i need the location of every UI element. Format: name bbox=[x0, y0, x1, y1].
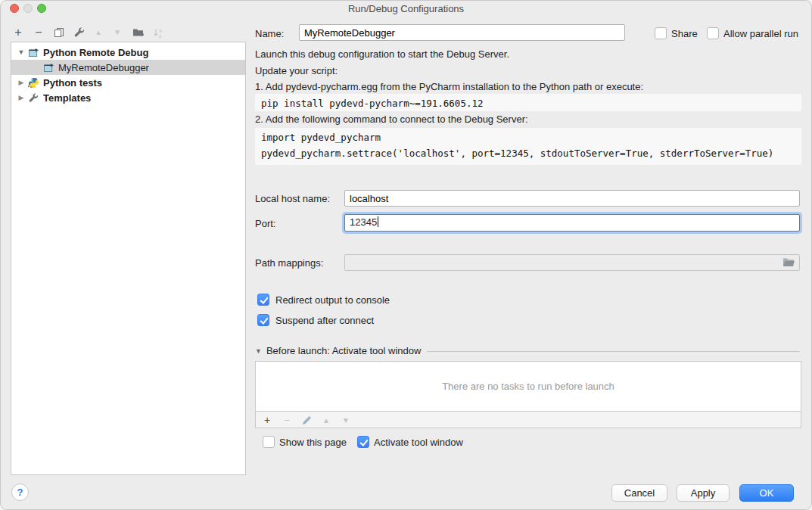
cancel-button[interactable]: Cancel bbox=[611, 484, 667, 502]
local-host-name-input[interactable] bbox=[344, 190, 800, 207]
before-launch-header[interactable]: ▼ Before launch: Activate tool window bbox=[255, 345, 800, 356]
name-input[interactable] bbox=[299, 24, 625, 41]
sort-configurations-button[interactable]: az bbox=[151, 25, 166, 40]
allow-parallel-run-label: Allow parallel run bbox=[723, 28, 798, 39]
suspend-after-connect-checkbox[interactable] bbox=[257, 314, 269, 326]
port-input[interactable]: 12345 bbox=[344, 214, 800, 232]
tree-item-python-tests[interactable]: ▶ Python tests bbox=[11, 75, 245, 90]
allow-parallel-run-checkbox[interactable] bbox=[707, 27, 719, 39]
move-down-button[interactable]: ▼ bbox=[110, 25, 125, 40]
help-button[interactable]: ? bbox=[11, 484, 29, 501]
configurations-tree: ▼ Python Remote Debug MyRemoteDebugger ▶ bbox=[11, 42, 246, 475]
before-launch-task-list[interactable]: There are no tasks to run before launch bbox=[255, 361, 801, 412]
plus-icon: + bbox=[264, 414, 270, 426]
port-label: Port: bbox=[255, 218, 275, 229]
python-tests-icon bbox=[28, 77, 39, 89]
tree-item-myremotedebugger[interactable]: MyRemoteDebugger bbox=[11, 60, 245, 75]
minimize-window-button[interactable] bbox=[23, 4, 33, 13]
down-triangle-icon: ▼ bbox=[342, 416, 350, 424]
remote-debug-icon bbox=[43, 63, 54, 73]
move-task-up-button[interactable]: ▲ bbox=[319, 413, 333, 427]
window-title: Run/Debug Configurations bbox=[348, 3, 464, 14]
edit-task-button[interactable] bbox=[300, 413, 313, 427]
share-checkbox[interactable] bbox=[655, 27, 667, 39]
chevron-right-icon[interactable]: ▶ bbox=[17, 94, 26, 101]
chevron-right-icon[interactable]: ▶ bbox=[17, 79, 26, 86]
empty-tasks-text: There are no tasks to run before launch bbox=[442, 381, 614, 392]
question-mark-icon: ? bbox=[17, 487, 23, 498]
path-mappings-label: Path mappings: bbox=[255, 257, 323, 269]
settrace-code-block: import pydevd_pycharmpydevd_pycharm.sett… bbox=[255, 128, 801, 165]
tree-item-python-remote-debug[interactable]: ▼ Python Remote Debug bbox=[11, 45, 245, 60]
text-caret bbox=[378, 216, 378, 227]
edit-templates-button[interactable] bbox=[72, 25, 87, 40]
code-line-1: import pydevd_pycharm bbox=[261, 132, 381, 143]
new-folder-icon bbox=[132, 27, 145, 38]
pip-install-code-block: pip install pydevd-pycharm~=191.6605.12 bbox=[255, 94, 801, 111]
wrench-icon bbox=[74, 27, 85, 38]
activate-tool-window-label: Activate tool window bbox=[374, 437, 463, 448]
tree-item-label: Python tests bbox=[43, 77, 102, 89]
minus-icon: − bbox=[284, 414, 290, 426]
zoom-window-button[interactable] bbox=[37, 4, 46, 13]
run-debug-configurations-dialog: Run/Debug Configurations + − ▲ ▼ az ▼ Py… bbox=[0, 0, 812, 510]
tree-item-templates[interactable]: ▶ Templates bbox=[11, 90, 245, 105]
show-this-page-label: Show this page bbox=[279, 437, 347, 448]
copy-icon bbox=[54, 27, 64, 38]
share-label: Share bbox=[671, 28, 698, 39]
tree-item-label: Python Remote Debug bbox=[43, 47, 148, 58]
before-launch-toolbar: + − ▲ ▼ bbox=[255, 411, 801, 428]
add-configuration-button[interactable]: + bbox=[11, 25, 26, 40]
copy-configuration-button[interactable] bbox=[51, 25, 67, 40]
suspend-after-connect-label: Suspend after connect bbox=[275, 315, 374, 326]
tree-item-label: Templates bbox=[43, 92, 91, 104]
remove-task-button[interactable]: − bbox=[280, 413, 294, 427]
move-up-button[interactable]: ▲ bbox=[91, 25, 106, 40]
close-window-button[interactable] bbox=[10, 4, 19, 13]
folder-icon[interactable] bbox=[782, 257, 795, 268]
tree-item-label: MyRemoteDebugger bbox=[58, 62, 149, 73]
chevron-down-icon[interactable]: ▼ bbox=[17, 48, 26, 56]
before-launch-title: Before launch: Activate tool window bbox=[266, 345, 422, 356]
up-triangle-icon: ▲ bbox=[322, 416, 330, 424]
path-mappings-input[interactable] bbox=[344, 254, 800, 271]
show-this-page-checkbox[interactable] bbox=[263, 436, 275, 448]
svg-text:a: a bbox=[159, 28, 162, 33]
svg-text:z: z bbox=[159, 33, 162, 39]
add-task-button[interactable]: + bbox=[260, 413, 274, 427]
divider bbox=[427, 351, 800, 352]
titlebar[interactable]: Run/Debug Configurations bbox=[0, 0, 812, 17]
ok-button[interactable]: OK bbox=[739, 484, 794, 502]
redirect-output-checkbox[interactable] bbox=[257, 294, 269, 306]
remove-configuration-button[interactable]: − bbox=[31, 25, 46, 40]
plus-icon: + bbox=[14, 25, 21, 40]
create-folder-button[interactable] bbox=[131, 25, 146, 40]
sort-az-icon: az bbox=[153, 27, 164, 39]
wrench-icon bbox=[29, 93, 39, 103]
description-step2: 2. Add the following command to connect … bbox=[255, 114, 528, 125]
code-line-2: pydevd_pycharm.settrace('localhost', por… bbox=[261, 148, 773, 159]
pencil-icon bbox=[302, 415, 312, 425]
name-label: Name: bbox=[255, 28, 284, 39]
description-line: Launch this debug configuration to start… bbox=[255, 48, 509, 60]
chevron-down-icon[interactable]: ▼ bbox=[255, 347, 262, 355]
description-line: Update your script: bbox=[255, 65, 338, 76]
up-triangle-icon: ▲ bbox=[95, 25, 102, 40]
minus-icon: − bbox=[35, 25, 42, 40]
down-triangle-icon: ▼ bbox=[114, 25, 121, 40]
redirect-output-label: Redirect output to console bbox=[275, 294, 390, 306]
apply-button[interactable]: Apply bbox=[677, 484, 730, 502]
local-host-name-label: Local host name: bbox=[255, 193, 330, 204]
remote-debug-icon bbox=[28, 48, 39, 58]
port-value: 12345 bbox=[350, 216, 377, 228]
activate-tool-window-checkbox[interactable] bbox=[357, 436, 369, 448]
move-task-down-button[interactable]: ▼ bbox=[339, 413, 353, 427]
description-step1: 1. Add pydevd-pycharm.egg from the PyCha… bbox=[255, 81, 643, 92]
